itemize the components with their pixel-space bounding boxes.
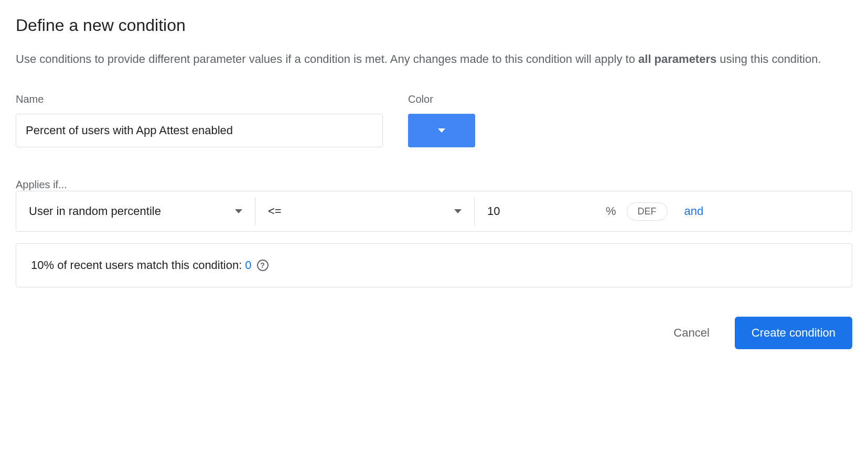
color-picker-button[interactable] xyxy=(408,114,475,147)
match-text: 10% of recent users match this condition… xyxy=(31,258,242,272)
description: Use conditions to provide different para… xyxy=(16,50,852,68)
percent-sign: % xyxy=(606,204,627,218)
chevron-down-icon xyxy=(454,209,462,213)
description-bold: all parameters xyxy=(638,52,716,66)
match-count: 0 xyxy=(245,258,251,272)
color-label: Color xyxy=(408,93,475,105)
name-group: Name xyxy=(16,93,383,147)
value-cell xyxy=(475,197,606,225)
create-condition-button[interactable]: Create condition xyxy=(735,317,852,349)
button-row: Cancel Create condition xyxy=(16,317,852,349)
form-row: Name Color xyxy=(16,93,852,147)
condition-type-text: User in random percentile xyxy=(29,204,161,218)
value-input[interactable] xyxy=(487,204,593,218)
name-input[interactable] xyxy=(16,114,383,147)
applies-row: User in random percentile <= % DEF and xyxy=(16,191,852,232)
applies-label: Applies if... xyxy=(16,179,67,190)
def-chip[interactable]: DEF xyxy=(627,202,668,221)
chevron-down-icon xyxy=(438,128,445,133)
match-info: 10% of recent users match this condition… xyxy=(16,243,852,287)
help-icon[interactable]: ? xyxy=(257,260,269,271)
operator-dropdown[interactable]: <= xyxy=(255,197,475,225)
condition-type-dropdown[interactable]: User in random percentile xyxy=(16,197,255,225)
operator-text: <= xyxy=(268,204,282,218)
cancel-button[interactable]: Cancel xyxy=(661,318,722,348)
chevron-down-icon xyxy=(235,209,242,213)
name-label: Name xyxy=(16,93,383,105)
page-title: Define a new condition xyxy=(16,16,852,35)
and-link[interactable]: and xyxy=(684,204,721,218)
color-group: Color xyxy=(408,93,475,147)
description-before: Use conditions to provide different para… xyxy=(16,52,638,66)
description-after: using this condition. xyxy=(716,52,821,66)
